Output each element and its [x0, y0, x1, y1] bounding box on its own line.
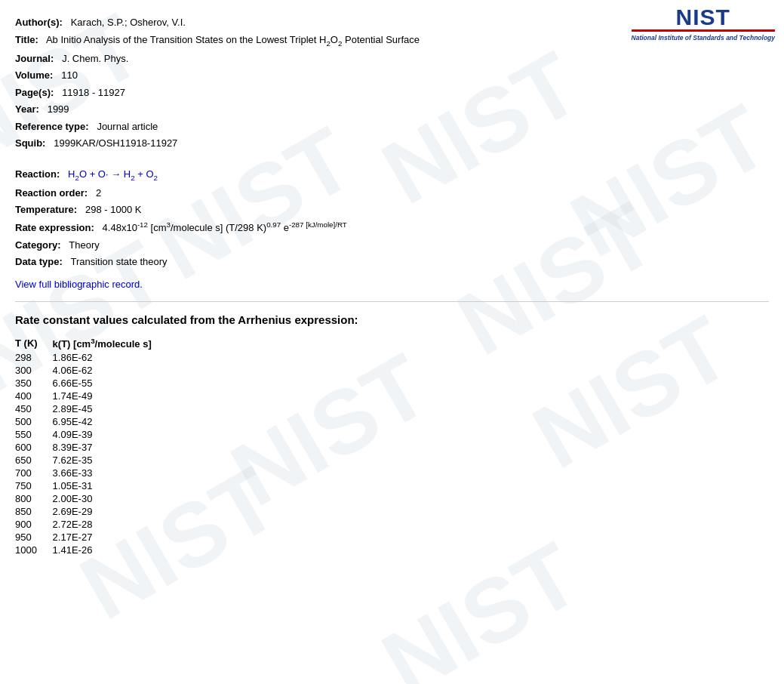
temperature-cell: 550 — [15, 428, 53, 441]
table-row: 3004.06E-62 — [15, 364, 167, 377]
journal-value: J. Chem. Phys. — [62, 53, 128, 64]
view-biblio-link[interactable]: View full bibliographic record. — [15, 279, 143, 290]
reftype-value: Journal article — [97, 121, 158, 132]
rate-cell: 1.41E-26 — [53, 544, 167, 556]
table-row: 4001.74E-49 — [15, 390, 167, 402]
rate-table-section: Rate constant values calculated from the… — [15, 313, 769, 556]
rate-table-title: Rate constant values calculated from the… — [15, 313, 769, 326]
rate-cell: 8.39E-37 — [53, 441, 167, 454]
pages-label: Page(s): — [15, 87, 54, 98]
datatype-label: Data type: — [15, 256, 63, 267]
reaction-formula: H2O + O· → H2 + O2 — [68, 168, 158, 180]
table-header-row: T (K) k(T) [cm3/molecule s] — [15, 335, 167, 351]
rate-expression-value: 4.48x10-12 [cm3/molecule s] (T/298 K)0.9… — [103, 222, 347, 233]
rate-cell: 1.86E-62 — [53, 351, 167, 364]
table-row: 9002.72E-28 — [15, 518, 167, 531]
volume-label: Volume: — [15, 69, 53, 81]
table-row: 10001.41E-26 — [15, 544, 167, 556]
volume-row: Volume: 110 — [15, 68, 769, 83]
temperature-cell: 750 — [15, 479, 53, 492]
view-link-row[interactable]: View full bibliographic record. — [15, 279, 769, 290]
rate-cell: 2.17E-27 — [53, 531, 167, 544]
temperature-cell: 300 — [15, 364, 53, 377]
authors-label: Author(s): — [15, 17, 63, 28]
rate-cell: 4.09E-39 — [53, 428, 167, 441]
temperature-cell: 900 — [15, 518, 53, 531]
category-row: Category: Theory — [15, 238, 769, 253]
table-row: 8002.00E-30 — [15, 492, 167, 505]
rate-cell: 7.62E-35 — [53, 454, 167, 467]
rate-cell: 1.05E-31 — [53, 479, 167, 492]
table-row: 9502.17E-27 — [15, 531, 167, 544]
temperature-cell: 800 — [15, 492, 53, 505]
title-row: Title: Ab Initio Analysis of the Transit… — [15, 32, 769, 49]
reaction-section: Reaction: H2O + O· → H2 + O2 Reaction or… — [15, 167, 769, 270]
year-row: Year: 1999 — [15, 102, 769, 117]
rate-expression-label: Rate expression: — [15, 222, 94, 233]
rate-constant-table: T (K) k(T) [cm3/molecule s] 2981.86E-623… — [15, 335, 167, 556]
temperature-cell: 600 — [15, 441, 53, 454]
title-label: Title: — [15, 34, 38, 45]
squib-row: Squib: 1999KAR/OSH11918-11927 — [15, 136, 769, 151]
reaction-order-label: Reaction order: — [15, 187, 88, 199]
rate-cell: 2.69E-29 — [53, 505, 167, 518]
reaction-order-value: 2 — [96, 187, 101, 199]
journal-row: Journal: J. Chem. Phys. — [15, 51, 769, 66]
temperature-row: Temperature: 298 - 1000 K — [15, 202, 769, 217]
table-row: 5006.95E-42 — [15, 415, 167, 428]
datatype-row: Data type: Transition state theory — [15, 254, 769, 270]
year-value: 1999 — [48, 103, 69, 115]
rate-cell: 2.00E-30 — [53, 492, 167, 505]
temperature-cell: 400 — [15, 390, 53, 402]
table-row: 7501.05E-31 — [15, 479, 167, 492]
reaction-row: Reaction: H2O + O· → H2 + O2 — [15, 167, 769, 183]
reaction-label: Reaction: — [15, 168, 60, 180]
col-temperature-header: T (K) — [15, 335, 53, 351]
squib-value: 1999KAR/OSH11918-11927 — [54, 137, 177, 149]
pages-row: Page(s): 11918 - 11927 — [15, 85, 769, 100]
datatype-value: Transition state theory — [70, 256, 167, 267]
reftype-row: Reference type: Journal article — [15, 119, 769, 134]
category-value: Theory — [69, 239, 99, 251]
rate-cell: 6.66E-55 — [53, 377, 167, 390]
col-rate-header: k(T) [cm3/molecule s] — [53, 335, 167, 351]
main-content: Author(s): Karach, S.P.; Osherov, V.I. T… — [0, 0, 784, 572]
temperature-cell: 500 — [15, 415, 53, 428]
temperature-label: Temperature: — [15, 204, 77, 215]
table-row: 7003.66E-33 — [15, 467, 167, 479]
rate-cell: 1.74E-49 — [53, 390, 167, 402]
temperature-cell: 1000 — [15, 544, 53, 556]
rate-cell: 6.95E-42 — [53, 415, 167, 428]
reference-section: Author(s): Karach, S.P.; Osherov, V.I. T… — [15, 8, 769, 161]
temperature-value: 298 - 1000 K — [85, 204, 141, 215]
rate-cell: 3.66E-33 — [53, 467, 167, 479]
year-label: Year: — [15, 103, 39, 115]
table-row: 6008.39E-37 — [15, 441, 167, 454]
rate-cell: 2.72E-28 — [53, 518, 167, 531]
temperature-cell: 298 — [15, 351, 53, 364]
table-row: 6507.62E-35 — [15, 454, 167, 467]
temperature-cell: 450 — [15, 402, 53, 415]
table-row: 3506.66E-55 — [15, 377, 167, 390]
temperature-cell: 850 — [15, 505, 53, 518]
table-row: 5504.09E-39 — [15, 428, 167, 441]
squib-label: Squib: — [15, 137, 45, 149]
journal-label: Journal: — [15, 53, 54, 64]
authors-value: Karach, S.P.; Osherov, V.I. — [71, 17, 186, 28]
pages-value: 11918 - 11927 — [62, 87, 125, 98]
rate-expression-row: Rate expression: 4.48x10-12 [cm3/molecul… — [15, 220, 769, 236]
temperature-cell: 650 — [15, 454, 53, 467]
table-row: 4502.89E-45 — [15, 402, 167, 415]
rate-cell: 4.06E-62 — [53, 364, 167, 377]
category-label: Category: — [15, 239, 61, 251]
reftype-label: Reference type: — [15, 121, 89, 132]
rate-cell: 2.89E-45 — [53, 402, 167, 415]
volume-value: 110 — [61, 69, 78, 81]
temperature-cell: 350 — [15, 377, 53, 390]
temperature-cell: 700 — [15, 467, 53, 479]
title-value: Ab Initio Analysis of the Transition Sta… — [46, 34, 420, 45]
table-row: 8502.69E-29 — [15, 505, 167, 518]
table-row: 2981.86E-62 — [15, 351, 167, 364]
section-divider — [15, 301, 769, 302]
temperature-cell: 950 — [15, 531, 53, 544]
